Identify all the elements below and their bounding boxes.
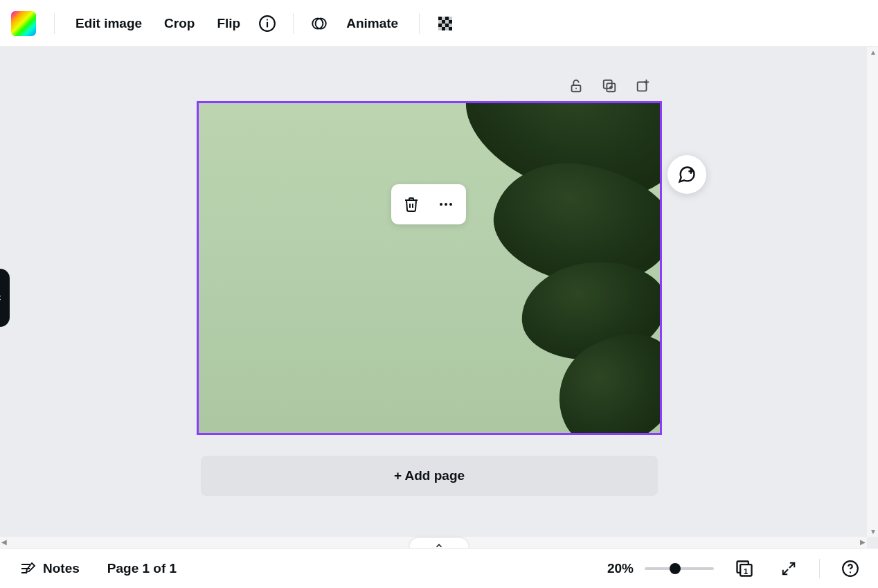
- floating-context-toolbar: [391, 184, 466, 224]
- svg-rect-20: [445, 27, 449, 30]
- svg-point-32: [449, 203, 452, 206]
- duplicate-page-button[interactable]: [601, 78, 618, 94]
- svg-rect-19: [438, 27, 442, 30]
- more-options-button[interactable]: [431, 190, 460, 219]
- ai-assist-button[interactable]: [668, 155, 706, 194]
- chevron-up-icon: [434, 541, 444, 548]
- more-horizontal-icon: [438, 196, 454, 213]
- svg-rect-8: [449, 20, 452, 24]
- scroll-left-arrow-icon: ◀: [1, 538, 7, 546]
- svg-rect-11: [442, 27, 445, 30]
- svg-rect-15: [438, 20, 442, 24]
- svg-point-2: [267, 19, 268, 20]
- zoom-controls: 20%: [607, 561, 714, 576]
- svg-line-40: [789, 562, 794, 567]
- zoom-slider[interactable]: [645, 567, 714, 570]
- edit-image-button[interactable]: Edit image: [66, 10, 152, 37]
- svg-rect-17: [442, 24, 445, 27]
- help-button[interactable]: [836, 555, 864, 582]
- page-indicator[interactable]: Page 1 of 1: [102, 557, 182, 580]
- unlock-icon: [568, 78, 584, 93]
- comment-plus-icon: [677, 165, 697, 184]
- add-new-page-button[interactable]: [634, 78, 651, 94]
- scroll-down-arrow-icon: ▼: [870, 528, 877, 535]
- scroll-up-arrow-icon: ▲: [870, 48, 877, 56]
- svg-rect-13: [442, 17, 445, 20]
- toolbar-divider: [54, 13, 55, 34]
- svg-point-43: [850, 571, 851, 573]
- color-picker-swatch[interactable]: [11, 11, 36, 36]
- duplicate-icon: [602, 78, 617, 93]
- svg-rect-10: [445, 24, 449, 27]
- info-icon: [258, 15, 276, 33]
- canvas-selection[interactable]: [197, 101, 662, 435]
- sidebar-collapse-handle[interactable]: [0, 269, 10, 327]
- notes-icon: [19, 560, 36, 577]
- notes-label: Notes: [43, 561, 80, 576]
- flip-button[interactable]: Flip: [207, 10, 250, 37]
- svg-rect-5: [438, 17, 442, 20]
- vertical-scrollbar[interactable]: ▲ ▼: [867, 47, 878, 537]
- checkerboard-icon: [437, 15, 454, 32]
- svg-point-30: [440, 203, 442, 206]
- grid-view-button[interactable]: 1: [731, 555, 758, 582]
- circles-icon: [310, 15, 328, 33]
- svg-rect-18: [449, 24, 452, 27]
- page-action-icons: [568, 78, 651, 94]
- top-toolbar: Edit image Crop Flip Animate: [0, 0, 878, 47]
- svg-rect-7: [442, 20, 445, 24]
- bottombar-divider: [819, 559, 820, 578]
- svg-line-41: [783, 569, 788, 573]
- transparency-button[interactable]: [431, 9, 460, 38]
- page-count-badge: 1: [744, 567, 748, 576]
- svg-rect-6: [445, 17, 449, 20]
- notes-button[interactable]: Notes: [14, 556, 85, 581]
- add-page-button[interactable]: + Add page: [201, 456, 658, 496]
- effects-button[interactable]: [305, 9, 334, 38]
- zoom-slider-knob[interactable]: [670, 563, 681, 574]
- chevron-left-icon: [0, 294, 3, 302]
- crop-button[interactable]: Crop: [154, 10, 204, 37]
- svg-rect-9: [438, 24, 442, 27]
- help-icon: [841, 560, 859, 578]
- canvas-image[interactable]: [199, 103, 660, 433]
- svg-rect-27: [638, 82, 647, 91]
- bottom-bar: Notes Page 1 of 1 20% 1: [0, 548, 878, 588]
- trash-icon: [403, 196, 420, 213]
- new-page-icon: [635, 78, 650, 93]
- expand-icon: [781, 561, 796, 576]
- delete-button[interactable]: [397, 190, 426, 219]
- info-button[interactable]: [253, 9, 282, 38]
- lock-page-button[interactable]: [568, 78, 584, 94]
- zoom-value[interactable]: 20%: [607, 561, 634, 576]
- svg-rect-16: [445, 20, 449, 24]
- svg-point-31: [445, 203, 447, 206]
- svg-rect-14: [449, 17, 452, 20]
- fullscreen-button[interactable]: [775, 555, 803, 582]
- scroll-right-arrow-icon: ▶: [860, 538, 866, 546]
- toolbar-divider: [293, 13, 294, 34]
- pages-drawer-handle[interactable]: [410, 538, 468, 548]
- animate-button[interactable]: Animate: [337, 10, 408, 37]
- workspace: + Add page ▲ ▼ ◀ ▶: [0, 47, 878, 548]
- toolbar-divider: [419, 13, 420, 34]
- svg-rect-12: [449, 27, 452, 30]
